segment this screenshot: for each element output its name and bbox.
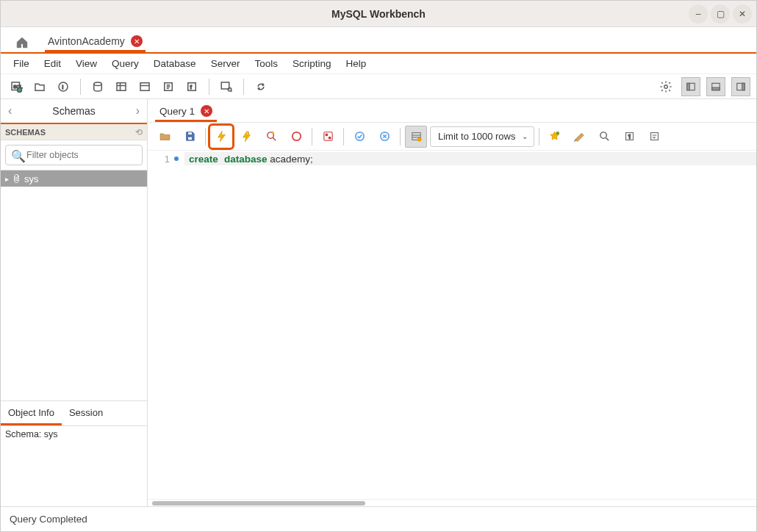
svg-rect-12 xyxy=(188,82,196,90)
toolbar-separator xyxy=(343,128,344,145)
editor-code[interactable]: create database academy; xyxy=(184,152,756,499)
query-toolbar: I Limit to 1000 rows ⌄ ¶ xyxy=(148,123,756,151)
wrap-text-button[interactable] xyxy=(644,126,666,148)
menu-tools[interactable]: Tools xyxy=(248,55,284,72)
sql-editor[interactable]: 1 create database academy; xyxy=(148,151,756,499)
menu-edit[interactable]: Edit xyxy=(37,55,68,72)
sidebar-next-icon[interactable]: › xyxy=(136,104,140,118)
window-controls: – ▢ ✕ xyxy=(689,4,752,24)
svg-rect-9 xyxy=(140,82,149,90)
svg-point-32 xyxy=(329,137,331,139)
toggle-bottom-panel-button[interactable] xyxy=(706,77,725,96)
toggle-whitespace-button[interactable]: ¶ xyxy=(619,126,641,148)
toolbar-separator xyxy=(400,128,401,145)
create-schema-button[interactable] xyxy=(88,77,107,96)
execute-current-button[interactable]: I xyxy=(235,126,257,148)
query-tab-close-icon[interactable]: ✕ xyxy=(201,105,212,117)
reconnect-button[interactable] xyxy=(251,77,270,96)
filter-objects-input[interactable] xyxy=(5,145,143,165)
inspector-button[interactable]: i xyxy=(54,77,73,96)
svg-point-31 xyxy=(325,134,327,136)
new-sql-tab-button[interactable]: SQL xyxy=(7,77,26,96)
maximize-button[interactable]: ▢ xyxy=(711,4,730,24)
search-table-button[interactable] xyxy=(217,77,236,96)
menu-view[interactable]: View xyxy=(69,55,104,72)
create-view-button[interactable] xyxy=(135,77,154,96)
database-icon: 🛢 xyxy=(12,173,21,184)
svg-point-5 xyxy=(94,82,102,86)
svg-rect-24 xyxy=(187,132,192,135)
main-toolbar: SQL i f xyxy=(1,74,756,99)
schema-tree-item-sys[interactable]: ▸ 🛢 sys xyxy=(1,170,147,187)
svg-point-40 xyxy=(417,138,420,141)
svg-point-17 xyxy=(664,85,668,88)
horizontal-scrollbar[interactable] xyxy=(148,499,756,506)
svg-rect-30 xyxy=(323,132,331,140)
tab-close-icon[interactable]: ✕ xyxy=(131,35,143,47)
statement-marker-icon xyxy=(174,157,179,161)
svg-text:I: I xyxy=(247,131,248,135)
filter-row: 🔍 xyxy=(1,140,147,170)
snippet-button[interactable] xyxy=(544,126,566,148)
svg-text:i: i xyxy=(62,84,64,90)
schemas-panel-header: SCHEMAS ⟲ xyxy=(1,124,147,140)
create-procedure-button[interactable] xyxy=(159,77,178,96)
tree-expand-icon: ▸ xyxy=(5,175,9,183)
status-bar: Query Completed xyxy=(1,506,756,531)
sidebar-info-tabs: Object Info Session xyxy=(1,400,147,425)
editor-gutter: 1 xyxy=(148,152,184,499)
refresh-icon[interactable]: ⟲ xyxy=(135,127,143,137)
menu-database[interactable]: Database xyxy=(147,55,203,72)
beautify-button[interactable] xyxy=(569,126,591,148)
svg-point-41 xyxy=(556,132,559,134)
scrollbar-thumb[interactable] xyxy=(152,501,365,506)
open-script-button[interactable] xyxy=(154,126,176,148)
tab-session[interactable]: Session xyxy=(62,401,110,425)
menu-bar: File Edit View Query Database Server Too… xyxy=(1,54,756,74)
limit-rows-select[interactable]: Limit to 1000 rows ⌄ xyxy=(430,126,534,147)
object-info-text: Schema: sys xyxy=(1,425,147,506)
menu-help[interactable]: Help xyxy=(339,55,373,72)
create-function-button[interactable]: f xyxy=(182,77,201,96)
svg-rect-46 xyxy=(651,133,659,140)
menu-server[interactable]: Server xyxy=(204,55,247,72)
limit-rows-label: Limit to 1000 rows xyxy=(438,131,516,142)
stop-button[interactable] xyxy=(285,126,307,148)
sidebar: ‹ Schemas › SCHEMAS ⟲ 🔍 ▸ 🛢 sys Object I… xyxy=(1,99,148,506)
toggle-right-panel-button[interactable] xyxy=(731,77,750,96)
chevron-down-icon: ⌄ xyxy=(522,132,528,140)
execute-button[interactable] xyxy=(210,126,232,148)
menu-scripting[interactable]: Scripting xyxy=(286,55,338,72)
limit-rows-toggle-button[interactable] xyxy=(405,126,427,148)
toggle-autocommit-button[interactable] xyxy=(317,126,339,148)
search-icon: 🔍 xyxy=(11,149,26,163)
settings-gear-icon[interactable] xyxy=(656,77,675,96)
connection-tab-active[interactable]: AvintonAcademy ✕ xyxy=(45,31,146,52)
home-tab[interactable] xyxy=(12,32,32,52)
toggle-left-panel-button[interactable] xyxy=(681,77,700,96)
create-table-button[interactable] xyxy=(112,77,131,96)
svg-rect-14 xyxy=(221,82,229,89)
minimize-button[interactable]: – xyxy=(689,4,708,24)
menu-query[interactable]: Query xyxy=(105,55,146,72)
keyword: database xyxy=(224,154,268,165)
explain-button[interactable] xyxy=(260,126,282,148)
code-text: academy; xyxy=(267,154,312,165)
toolbar-separator xyxy=(539,128,539,145)
svg-text:f: f xyxy=(190,84,193,90)
toolbar-separator xyxy=(312,128,312,145)
rollback-button[interactable] xyxy=(373,126,395,148)
query-area: Query 1 ✕ I Limit to 1000 rows ⌄ xyxy=(148,99,756,506)
svg-rect-19 xyxy=(687,83,690,90)
open-sql-file-button[interactable] xyxy=(30,77,49,96)
toolbar-separator xyxy=(209,79,209,95)
close-button[interactable]: ✕ xyxy=(733,4,752,24)
svg-line-28 xyxy=(272,137,275,140)
tab-object-info[interactable]: Object Info xyxy=(1,401,62,425)
sidebar-prev-icon[interactable]: ‹ xyxy=(8,104,12,118)
menu-file[interactable]: File xyxy=(7,55,36,72)
find-button[interactable] xyxy=(594,126,616,148)
query-tab-active[interactable]: Query 1 ✕ xyxy=(155,101,217,122)
commit-button[interactable] xyxy=(348,126,370,148)
save-script-button[interactable] xyxy=(179,126,201,148)
